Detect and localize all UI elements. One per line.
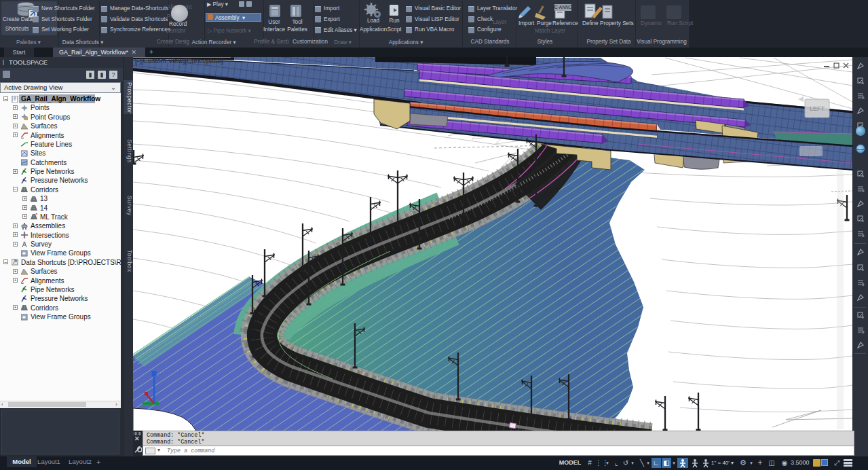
svg-text:LEFT: LEFT bbox=[810, 105, 825, 112]
svg-text:[-][Custom View][Conceptual]: [-][Custom View][Conceptual] bbox=[135, 57, 223, 65]
svg-text:WCS: WCS bbox=[804, 148, 818, 155]
